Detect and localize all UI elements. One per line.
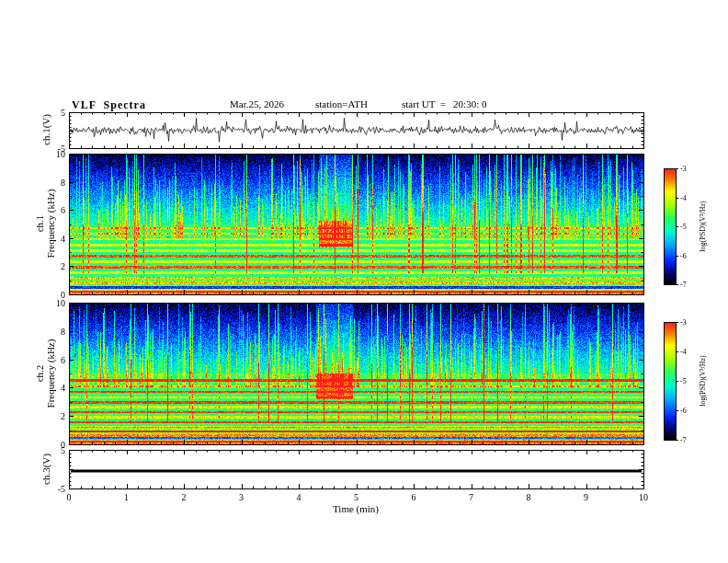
frequency-tick-label: 2	[61, 261, 65, 271]
header-station: station=ATH	[315, 98, 368, 109]
x-tick-label: 9	[584, 492, 588, 502]
voltage-tick-label: -5	[58, 484, 65, 494]
colorbar1-label: log(PSD)(V²/Hz)	[699, 201, 707, 251]
colorbar-tick-label: -3	[680, 165, 687, 173]
ch1-spectrogram-ylabel-line2: Frequency (kHz)	[45, 190, 56, 259]
colorbar-tick-label: -6	[680, 407, 687, 415]
voltage-tick-label: 5	[61, 445, 65, 455]
figure-title: VLF Spectra	[72, 98, 146, 112]
ch2-spectrogram-ylabel-line2: Frequency (kHz)	[45, 339, 56, 408]
time-axis-label: Time (min)	[333, 503, 379, 514]
ch3-voltage-ylabel: ch.3(V)	[40, 454, 51, 485]
x-tick-label: 3	[239, 492, 244, 502]
x-tick-label: 8	[527, 492, 531, 502]
colorbar-tick-label: -7	[680, 436, 687, 444]
ch1-voltage-ylabel: ch.1(V)	[40, 114, 51, 145]
frequency-tick-label: 4	[61, 233, 65, 243]
x-tick-label: 1	[124, 492, 129, 502]
frequency-tick-label: 4	[61, 383, 65, 393]
colorbar-tick-label: -3	[680, 318, 687, 327]
colorbar-tick-label: -7	[680, 281, 687, 289]
x-tick-label: 4	[297, 492, 301, 502]
plot-canvas	[0, 0, 728, 563]
x-tick-label: 10	[639, 492, 648, 502]
ch1-spectrogram-ylabel: ch.1 Frequency (kHz)	[34, 190, 56, 259]
x-tick-label: 5	[354, 492, 358, 502]
ch2-spectrogram-ylabel: ch.2 Frequency (kHz)	[34, 339, 56, 408]
voltage-tick-label: 5	[61, 108, 65, 118]
header-start-ut: start UT = 20:30: 0	[402, 98, 486, 109]
colorbar-tick-label: -4	[680, 348, 687, 356]
x-tick-label: 2	[182, 492, 187, 502]
frequency-tick-label: 8	[61, 177, 65, 187]
x-tick-label: 7	[469, 492, 473, 502]
x-tick-label: 0	[67, 492, 72, 502]
colorbar2-label: log(PSD)(V²/Hz)	[699, 355, 707, 406]
frequency-tick-label: 2	[61, 411, 65, 421]
frequency-tick-label: 8	[61, 326, 65, 336]
colorbar-tick-label: -5	[680, 223, 687, 231]
colorbar-tick-label: -4	[680, 193, 687, 201]
x-tick-label: 6	[412, 492, 416, 502]
header-date: Mar.25, 2026	[230, 98, 284, 109]
frequency-tick-label: 10	[56, 298, 65, 308]
ch2-spectrogram-ylabel-line1: ch.2	[34, 339, 45, 408]
ch1-spectrogram-ylabel-line1: ch.1	[34, 190, 45, 259]
voltage-tick-label: -5	[58, 144, 65, 154]
frequency-tick-label: 6	[61, 354, 65, 364]
colorbar-tick-label: -6	[680, 251, 687, 259]
frequency-tick-label: 6	[61, 205, 65, 215]
colorbar-tick-label: -5	[680, 377, 687, 385]
vlf-spectra-figure: VLF Spectra Mar.25, 2026 station=ATH sta…	[0, 0, 728, 563]
